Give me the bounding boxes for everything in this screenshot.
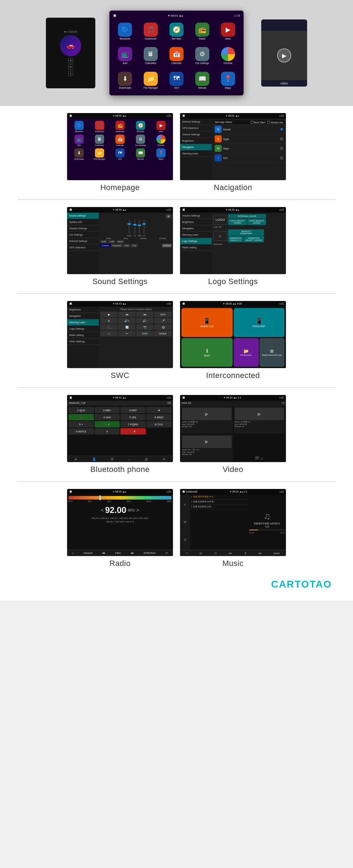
swc-sidebar-brightness[interactable]: Brightness bbox=[67, 307, 99, 313]
sound-sidebar-sound[interactable]: Sound Settings bbox=[67, 213, 99, 219]
app-chrome[interactable]: Chrome bbox=[216, 44, 240, 67]
app-igo[interactable]: 🗺 IGO bbox=[164, 69, 189, 92]
logo-sidebar-nav[interactable]: Navigation bbox=[180, 225, 212, 232]
swc-btn-volup[interactable]: 🔊+ bbox=[118, 318, 136, 324]
small-localmusic[interactable]: 🎵localmusic bbox=[90, 121, 109, 132]
bt-toolbar-settings[interactable]: ⚙ bbox=[163, 457, 166, 461]
key-4[interactable]: 4 GHI bbox=[95, 414, 120, 420]
small-chrome[interactable]: Chrome bbox=[151, 135, 171, 146]
swc-btn-back[interactable]: ↩ bbox=[118, 331, 136, 336]
swc-btn-home[interactable]: ⌂ bbox=[100, 331, 118, 336]
key-3[interactable]: 3 DEF bbox=[120, 407, 146, 413]
swc-btn-disp[interactable]: DISP bbox=[136, 331, 154, 336]
key-star[interactable]: ★ bbox=[146, 407, 172, 413]
video-item-3[interactable]: ▶ name: 24 一定...avi time: 00:06:42 forma… bbox=[181, 435, 233, 461]
key-hangup[interactable]: 📞✗ bbox=[120, 428, 146, 435]
app-filemanager[interactable]: 📁 File Manager bbox=[139, 69, 163, 92]
small-carset[interactable]: ⚙Car Settings bbox=[131, 135, 150, 146]
app-netnavi[interactable]: 🧭 Net Navi bbox=[164, 20, 189, 43]
key-hash[interactable]: # bbox=[95, 428, 120, 435]
preset-1039[interactable]: FM1 103.9 bbox=[129, 517, 138, 519]
app-downloads[interactable]: ⬇ Downloads bbox=[113, 69, 137, 92]
app-video[interactable]: ▶ video bbox=[216, 20, 240, 43]
preset-901[interactable]: FM1 90.1 bbox=[101, 517, 109, 519]
nav-sidebar-brightness[interactable]: Brightness bbox=[180, 138, 212, 144]
small-maps[interactable]: 📍Maps bbox=[151, 148, 171, 160]
music-song-2[interactable]: 2. 孙露-割别再说-3h环球... bbox=[190, 500, 248, 504]
preset-1080[interactable]: FM1 108.0 bbox=[139, 517, 148, 519]
swc-btn-next[interactable]: ⏭ bbox=[136, 312, 154, 317]
music-toolbar-next[interactable]: ⏭ bbox=[259, 551, 262, 555]
music-toolbar-ff[interactable]: ⏭⏭ bbox=[274, 551, 280, 555]
anim-udisk2[interactable]: ANIMATIONSELECT: UDISK2 bbox=[244, 236, 264, 242]
sound-sidebar-sys[interactable]: System Info bbox=[67, 219, 99, 225]
sound-sidebar-android[interactable]: Android Settings bbox=[67, 238, 99, 244]
bt-toolbar-music[interactable]: ♪ bbox=[128, 457, 130, 461]
swc-btn-prev[interactable]: ⏮ bbox=[118, 312, 136, 317]
nav-sidebar-nav[interactable]: Navigation bbox=[180, 144, 212, 150]
radio-fm1-btn[interactable]: FM1 bbox=[114, 551, 122, 555]
swc-btn-mode[interactable]: MODE bbox=[154, 331, 172, 336]
inter-qr[interactable]: ⊞ Mobile phone QR code bbox=[259, 338, 285, 367]
music-toolbar-circle[interactable]: ⊙ bbox=[214, 551, 217, 555]
key-6[interactable]: 6 MNO bbox=[146, 414, 172, 420]
music-song-3[interactable]: 3. 孙露-割别再说-3h环... bbox=[190, 504, 248, 509]
key-8[interactable]: 8 TUV bbox=[146, 421, 172, 427]
radio-back-btn[interactable]: ↩ bbox=[164, 551, 169, 555]
nav-sidebar-android[interactable]: Android Settings bbox=[180, 119, 212, 125]
app-maps[interactable]: 📍 Maps bbox=[216, 69, 240, 92]
sound-sidebar-gps[interactable]: GPS Detection bbox=[67, 244, 99, 251]
small-dl[interactable]: ⬇Downloads bbox=[69, 148, 89, 160]
nav-sidebar-steering[interactable]: Steering Learn bbox=[180, 150, 212, 157]
sound-edit-icon[interactable]: ⊞ bbox=[166, 214, 172, 219]
logo-udisk2[interactable]: LOGO SELECT:UDISK2 bbox=[247, 219, 266, 225]
key-9[interactable]: 9 WXYZ bbox=[68, 428, 94, 435]
preset-default[interactable]: Default bbox=[162, 244, 172, 247]
small-fm[interactable]: 📁File Manager bbox=[90, 148, 109, 160]
inter-android-usb[interactable]: 📱 Android USB bbox=[181, 308, 233, 337]
preset-jazz[interactable]: Jazz bbox=[123, 244, 130, 247]
app-calendar[interactable]: 📅 Calendar bbox=[164, 44, 189, 67]
preset-998[interactable]: FM1 99.8 bbox=[119, 517, 127, 519]
swc-btn-gps[interactable]: GPS bbox=[154, 312, 172, 317]
music-toolbar-shuffle[interactable]: ⇌ bbox=[199, 551, 202, 555]
swc-btn-mic[interactable]: 🎤 bbox=[154, 318, 172, 324]
radio-prev-track[interactable]: ⏮ bbox=[101, 551, 107, 555]
small-cal[interactable]: 📅Calendar bbox=[110, 135, 130, 146]
video-item-2[interactable]: ▶ name: 20.梦想.avi time: 00:05:09 formart… bbox=[234, 407, 285, 433]
small-localradio[interactable]: 📻localradio bbox=[110, 121, 130, 132]
swc-sidebar-logo[interactable]: Logo Settings bbox=[67, 326, 99, 332]
bt-toolbar-bt[interactable]: ⦿ bbox=[110, 457, 114, 461]
music-repeat-icon[interactable]: ⊙ bbox=[184, 538, 186, 542]
logo-udisk1[interactable]: LOGO SELECT:UDISK1 bbox=[228, 219, 247, 225]
inter-iphone-wifi[interactable]: 📱 iPhone WIFI bbox=[234, 308, 285, 337]
navi-igo[interactable]: i IGO bbox=[213, 153, 285, 163]
nav-sidebar-volume[interactable]: Volume Settings bbox=[180, 131, 212, 138]
preset2-1080[interactable]: FM1 108.0 bbox=[115, 521, 125, 523]
igo-radio[interactable] bbox=[280, 157, 283, 159]
boot-start-checkbox[interactable] bbox=[251, 121, 253, 124]
logo-internal[interactable]: INTERNAL LOGOS bbox=[228, 214, 266, 218]
logo-sidebar-steering[interactable]: Steering Learn bbox=[180, 232, 212, 238]
radio-strong-btn[interactable]: STRONG bbox=[142, 551, 157, 555]
navitel-radio[interactable] bbox=[280, 128, 283, 131]
preset-875[interactable]: FM1 87.5 bbox=[92, 517, 100, 519]
radio-search-btn[interactable]: Search bbox=[82, 551, 94, 555]
app-manual[interactable]: 📖 Manual bbox=[190, 69, 214, 92]
radio-prev-btn[interactable]: < bbox=[101, 507, 104, 513]
music-toolbar-prev[interactable]: ⏮ bbox=[229, 551, 232, 555]
swc-btn-voldn[interactable]: 🔊- bbox=[136, 318, 154, 324]
sound-sidebar-factory[interactable]: Factory Settings bbox=[67, 225, 99, 232]
music-list-icon[interactable]: ≡ bbox=[184, 503, 186, 507]
bt-toolbar-contacts[interactable]: 👤 bbox=[92, 457, 96, 461]
swc-sidebar-radio[interactable]: Radio setting bbox=[67, 332, 99, 338]
app-carsettings[interactable]: ⚙ Car Settings bbox=[190, 44, 214, 67]
radio-next-btn[interactable]: > bbox=[136, 507, 139, 513]
video-item-1[interactable]: ▶ name: 16.龙爱.avi time: 00:04:53 formart… bbox=[181, 407, 233, 433]
music-toolbar-list[interactable]: ≡ bbox=[186, 551, 188, 555]
small-bluetooth[interactable]: 🔵Bluetooth bbox=[69, 121, 89, 132]
preset-classical[interactable]: Classical bbox=[111, 244, 122, 247]
preset2-875[interactable]: FM1 87.5 bbox=[126, 521, 134, 523]
key-5[interactable]: 5 JKL bbox=[120, 414, 146, 420]
small-avin[interactable]: 📺Avin bbox=[69, 135, 89, 146]
